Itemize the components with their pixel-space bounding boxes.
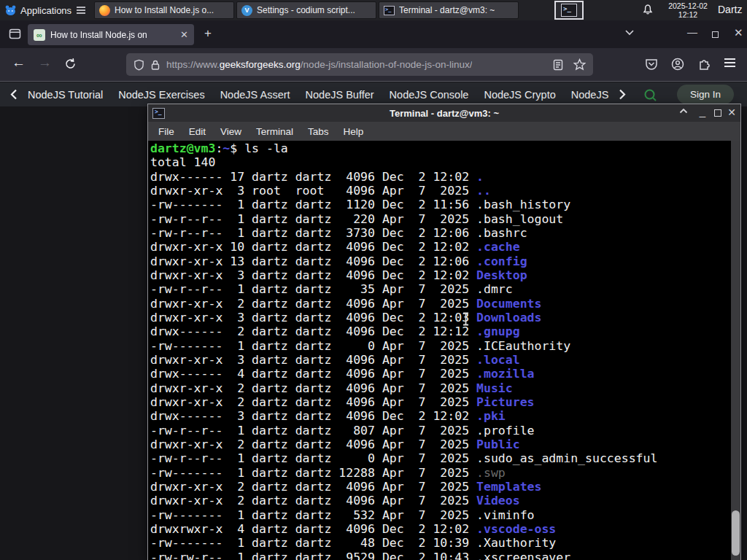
back-button[interactable]: ← xyxy=(12,55,26,71)
nav-link-nodejs-exercises[interactable]: NodeJS Exercises xyxy=(118,89,204,101)
bookmark-star-icon[interactable] xyxy=(573,58,586,71)
clock[interactable]: 2025-12-02 12:12 xyxy=(664,1,712,19)
terminal-menubar: FileEditViewTerminalTabsHelp xyxy=(148,122,740,141)
nav-link-nodejs-crypto[interactable]: NodeJS Crypto xyxy=(484,89,555,101)
codium-icon: V xyxy=(241,5,252,16)
ls-row: drwxr-xr-x 3 root root 4096 Apr 7 2025 .… xyxy=(150,184,657,198)
nav-link-nodejs-buffer[interactable]: NodeJS Buffer xyxy=(306,89,374,101)
shield-icon[interactable] xyxy=(133,59,144,71)
scrollbar-thumb[interactable] xyxy=(732,510,740,556)
ls-meta: drwxr-xr-x 2 dartz dartz 4096 Apr 7 2025 xyxy=(150,494,476,508)
taskbar-button-firefox[interactable]: How to Install Node.js o... xyxy=(94,1,234,19)
menu-terminal[interactable]: Terminal xyxy=(249,126,301,137)
menu-tabs[interactable]: Tabs xyxy=(301,126,336,137)
prompt-separator: : xyxy=(215,141,222,155)
nav-scroll-right-icon[interactable] xyxy=(619,89,626,100)
account-icon[interactable] xyxy=(671,58,684,71)
forward-button[interactable]: → xyxy=(38,55,52,71)
ls-name: Desktop xyxy=(476,268,527,282)
menu-help[interactable]: Help xyxy=(336,126,371,137)
terminal-titlebar[interactable]: Terminal - dartz@vm3: ~ _ ✕ xyxy=(148,104,740,122)
ls-meta: drwxr-xr-x 10 dartz dartz 4096 Dec 2 12:… xyxy=(150,240,476,254)
ls-row: drwxr-xr-x 2 dartz dartz 4096 Apr 7 2025… xyxy=(150,381,657,395)
lock-icon[interactable] xyxy=(150,59,160,71)
ls-name: Downloads xyxy=(476,311,541,324)
list-all-tabs-icon[interactable] xyxy=(624,29,635,36)
ls-meta: drwxr-xr-x 2 dartz dartz 4096 Apr 7 2025 xyxy=(150,438,476,451)
taskbar-button-terminal[interactable]: Terminal - dartz@vm3: ~ xyxy=(379,1,519,19)
window-close-icon[interactable]: ✕ xyxy=(734,26,743,39)
terminal-close-icon[interactable]: ✕ xyxy=(727,106,736,118)
ls-meta: -rw-rw-r-- 1 dartz dartz 9529 Dec 2 10:4… xyxy=(150,551,476,560)
nav-link-nodejs-assert[interactable]: NodeJS Assert xyxy=(220,89,290,101)
ls-name: .. xyxy=(476,184,491,198)
taskbar-button-label: Settings - codium script... xyxy=(257,5,355,15)
ls-row: -rw-r--r-- 1 dartz dartz 220 Apr 7 2025 … xyxy=(150,212,657,226)
terminal-output: dartz@vm3:~$ ls -latotal 140drwx------ 1… xyxy=(150,141,657,560)
extensions-puzzle-icon[interactable] xyxy=(697,58,711,71)
ls-name: .ICEauthority xyxy=(476,339,570,353)
pocket-icon[interactable] xyxy=(645,58,658,71)
menu-edit[interactable]: Edit xyxy=(182,126,213,137)
terminal-title: Terminal - dartz@vm3: ~ xyxy=(148,108,740,119)
clock-date: 2025-12-02 xyxy=(664,1,712,10)
tab-how-to-install-nodejs[interactable]: ∞ How to Install Node.js on ✕ xyxy=(28,24,194,45)
url-bar[interactable]: https://www.geeksforgeeks.org/node-js/in… xyxy=(126,53,593,76)
ls-meta: drwxr-xr-x 3 dartz dartz 4096 Dec 2 12:0… xyxy=(150,268,476,282)
terminal-minimize-icon[interactable]: _ xyxy=(700,105,705,117)
ls-meta: -rw------- 1 dartz dartz 1120 Dec 2 11:5… xyxy=(150,198,476,211)
menu-hamburger-icon[interactable] xyxy=(724,58,736,68)
ls-meta: drwxr-xr-x 2 dartz dartz 4096 Apr 7 2025 xyxy=(150,297,476,311)
applications-menu[interactable]: Applications xyxy=(0,0,90,20)
window-minimize-icon[interactable]: — xyxy=(687,26,697,38)
ls-row: -rw-rw-r-- 1 dartz dartz 9529 Dec 2 10:4… xyxy=(150,551,657,560)
notification-bell-icon[interactable] xyxy=(642,4,654,16)
ls-name: .viminfo xyxy=(476,508,534,522)
search-icon[interactable] xyxy=(643,88,657,102)
reader-view-icon[interactable] xyxy=(553,59,563,71)
menu-lines-icon xyxy=(77,7,85,14)
ls-meta: -rw-r--r-- 1 dartz dartz 35 Apr 7 2025 xyxy=(150,282,476,296)
prompt-line: dartz@vm3:~$ ls -la xyxy=(150,141,657,155)
ls-row: -rw------- 1 dartz dartz 48 Dec 2 10:39 … xyxy=(150,536,657,550)
xfce-logo-icon xyxy=(4,4,17,16)
nav-link-nodejs-dns[interactable]: NodeJS DNS xyxy=(571,89,611,101)
prompt-path: ~ xyxy=(222,141,230,155)
ls-row: drwxr-xr-x 2 dartz dartz 4096 Apr 7 2025… xyxy=(150,297,657,311)
nav-link-nodejs-tutorial[interactable]: NodeJS Tutorial xyxy=(28,89,103,101)
ls-name: .swp xyxy=(476,466,506,480)
menu-file[interactable]: File xyxy=(151,126,182,137)
firefox-view-icon[interactable] xyxy=(9,28,21,40)
terminal-shade-icon[interactable] xyxy=(679,108,688,114)
top-panel: Applications How to Install Node.js o...… xyxy=(0,0,747,20)
reload-icon[interactable] xyxy=(64,58,77,70)
ls-name: .xscreensaver xyxy=(476,551,570,560)
ls-row: drwxr-xr-x 2 dartz dartz 4096 Apr 7 2025… xyxy=(150,494,657,508)
clock-time: 12:12 xyxy=(664,10,712,19)
tray-terminal-launcher[interactable] xyxy=(554,1,584,20)
taskbar-button-codium[interactable]: VSettings - codium script... xyxy=(236,1,376,19)
tab-close-icon[interactable]: ✕ xyxy=(180,29,188,40)
terminal-maximize-icon[interactable] xyxy=(714,109,721,117)
ls-row: drwxr-xr-x 3 dartz dartz 4096 Apr 7 2025… xyxy=(150,353,657,367)
nav-link-nodejs-console[interactable]: NodeJS Console xyxy=(390,89,469,101)
browser-tab-bar: ∞ How to Install Node.js on ✕ + — ✕ xyxy=(0,20,747,48)
terminal-scrollbar[interactable] xyxy=(731,141,740,560)
gfg-nav-links: NodeJS TutorialNodeJS ExercisesNodeJS As… xyxy=(28,89,611,101)
sign-in-button[interactable]: Sign In xyxy=(677,85,734,104)
menu-view[interactable]: View xyxy=(213,126,249,137)
new-tab-button[interactable]: + xyxy=(204,26,212,41)
ls-row: drwx------ 17 dartz dartz 4096 Dec 2 12:… xyxy=(150,170,657,184)
ls-name: .vscode-oss xyxy=(476,522,556,536)
total-line: total 140 xyxy=(150,155,657,169)
ls-row: drwxr-xr-x 10 dartz dartz 4096 Dec 2 12:… xyxy=(150,240,657,254)
window-maximize-icon[interactable] xyxy=(712,31,719,38)
taskbar-button-label: Terminal - dartz@vm3: ~ xyxy=(399,5,495,15)
nav-scroll-left-icon[interactable] xyxy=(10,89,18,100)
ls-meta: -rw-r--r-- 1 dartz dartz 0 Apr 7 2025 xyxy=(150,451,476,465)
ls-meta: drwxr-xr-x 2 dartz dartz 4096 Apr 7 2025 xyxy=(150,395,476,409)
ls-name: .profile xyxy=(476,424,534,438)
terminal-body[interactable]: dartz@vm3:~$ ls -latotal 140drwx------ 1… xyxy=(148,141,740,560)
ls-name: Videos xyxy=(476,494,520,508)
ls-meta: drwx------ 3 dartz dartz 4096 Dec 2 12:0… xyxy=(150,409,476,423)
